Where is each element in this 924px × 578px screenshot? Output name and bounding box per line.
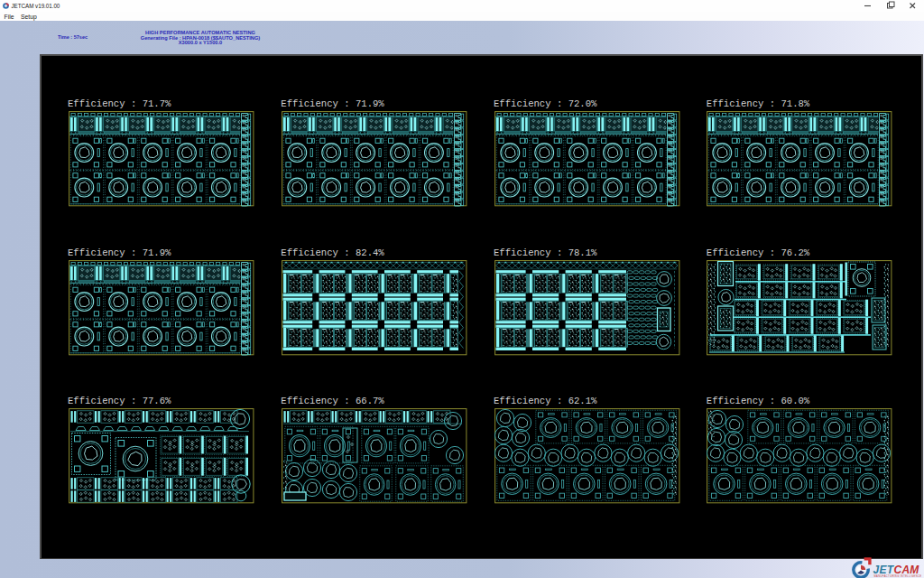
svg-text:MANUFACTURING INTELLIGENCE: MANUFACTURING INTELLIGENCE [874,574,922,578]
